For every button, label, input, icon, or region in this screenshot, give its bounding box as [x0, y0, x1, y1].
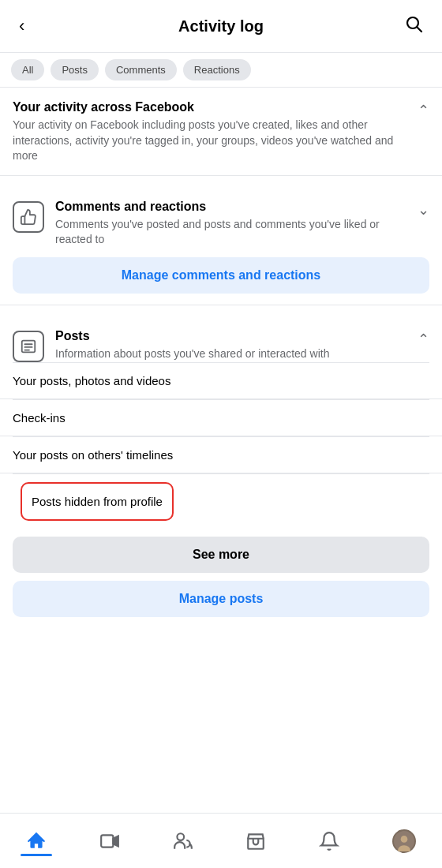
nav-notifications[interactable] [311, 826, 347, 856]
posts-icon-box [13, 331, 44, 362]
svg-line-1 [418, 28, 422, 32]
posts-subitems: Your posts, photos and videos Check-ins … [0, 362, 442, 529]
thumbs-up-icon [20, 208, 37, 226]
posts-header: Posts Information about posts you've sha… [55, 329, 429, 362]
divider-1 [0, 175, 442, 176]
svg-point-9 [400, 836, 407, 843]
posts-section-row: Posts Information about posts you've sha… [13, 329, 429, 362]
sub-item-hidden-from-profile[interactable]: Posts hidden from profile [21, 482, 174, 521]
video-icon [99, 831, 120, 851]
activity-section: Your activity across Facebook Your activ… [0, 88, 442, 164]
comments-section: Comments and reactions Comments you've p… [0, 187, 442, 248]
tab-reactions[interactable]: Reactions [183, 59, 251, 80]
manage-comments-button[interactable]: Manage comments and reactions [13, 257, 429, 294]
tabs-strip: All Posts Comments Reactions [0, 53, 442, 88]
avatar-image [394, 831, 414, 851]
friends-icon [173, 831, 193, 851]
app-header: ‹ Activity log [0, 0, 442, 53]
activity-section-desc: Your activity on Facebook including post… [13, 118, 410, 164]
page-title: Activity log [178, 17, 264, 36]
activity-section-title: Your activity across Facebook [13, 100, 410, 114]
avatar [392, 829, 416, 853]
back-button[interactable]: ‹ [16, 13, 28, 39]
home-icon [26, 831, 47, 851]
comments-desc: Comments you've posted and posts and com… [55, 217, 410, 248]
marketplace-icon [245, 831, 266, 851]
posts-title: Posts [55, 329, 329, 343]
comments-chevron[interactable]: ⌄ [418, 201, 429, 219]
home-active-bar [21, 854, 52, 856]
activity-section-header: Your activity across Facebook Your activ… [13, 100, 429, 164]
nav-friends[interactable] [165, 826, 201, 856]
tab-all[interactable]: All [11, 59, 44, 80]
activity-chevron[interactable]: ⌃ [418, 102, 429, 119]
comments-title: Comments and reactions [55, 200, 410, 214]
nav-video[interactable] [92, 826, 128, 856]
posts-chevron[interactable]: ⌃ [418, 331, 429, 348]
comments-header: Comments and reactions Comments you've p… [55, 200, 429, 248]
svg-rect-6 [101, 835, 113, 847]
search-button[interactable] [401, 11, 426, 41]
divider-2 [0, 305, 442, 305]
nav-marketplace[interactable] [238, 826, 274, 856]
posts-hidden-wrapper: Posts hidden from profile [0, 474, 442, 529]
comments-section-row: Comments and reactions Comments you've p… [13, 200, 429, 248]
posts-desc: Information about posts you've shared or… [55, 346, 329, 362]
svg-point-7 [177, 833, 184, 840]
notifications-icon [319, 831, 339, 851]
see-more-button[interactable]: See more [13, 537, 429, 573]
posts-section: Posts Information about posts you've sha… [0, 316, 442, 362]
search-icon [404, 14, 423, 33]
tab-comments[interactable]: Comments [105, 59, 177, 80]
thumbs-up-icon-box [13, 201, 44, 233]
manage-posts-button[interactable]: Manage posts [13, 581, 429, 617]
tab-posts[interactable]: Posts [51, 59, 99, 80]
sub-item-others-timelines[interactable]: Your posts on others' timelines [0, 437, 442, 473]
sub-item-checkins[interactable]: Check-ins [0, 400, 442, 436]
posts-icon [20, 338, 37, 355]
bottom-nav [0, 813, 442, 868]
sub-item-posts-photos[interactable]: Your posts, photos and videos [0, 363, 442, 399]
nav-home[interactable] [18, 826, 54, 856]
nav-profile[interactable] [384, 825, 424, 858]
